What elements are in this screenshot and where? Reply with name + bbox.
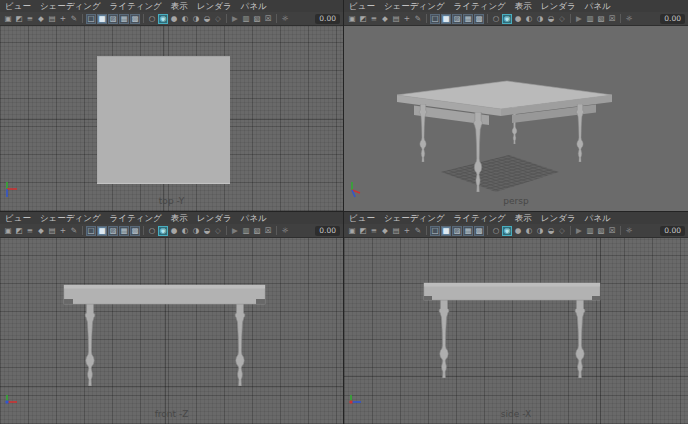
pan-zoom-icon[interactable]: +	[402, 14, 412, 24]
lock-camera-icon[interactable]: ◩	[358, 226, 368, 236]
exposure-icon[interactable]: ☼	[280, 226, 290, 236]
resolution-gate-icon[interactable]: ▧	[596, 14, 606, 24]
table-model-front-view[interactable]	[0, 238, 343, 424]
resolution-gate-icon[interactable]: ▧	[252, 14, 262, 24]
textured-sphere-icon[interactable]: ◑	[191, 226, 201, 236]
wireframe-on-shaded-icon[interactable]: ◐	[524, 226, 534, 236]
table-leg-left[interactable]	[419, 104, 426, 162]
table-leg-right[interactable]	[575, 300, 585, 378]
selection-cursor-icon[interactable]: ▶	[574, 226, 584, 236]
wireframe-on-shaded-icon[interactable]: ◐	[180, 226, 190, 236]
menu-view[interactable]: ビュー	[5, 0, 31, 12]
shadow-mode-icon[interactable]: ▩	[130, 226, 140, 236]
bookmarks-icon[interactable]: ◆	[380, 14, 390, 24]
film-gate-icon[interactable]: ▥	[241, 14, 251, 24]
use-all-lights-icon[interactable]: ▦	[119, 14, 129, 24]
grease-pencil-icon[interactable]: ✎	[69, 226, 79, 236]
image-plane-icon[interactable]: ▤	[47, 14, 57, 24]
camera-attributes-icon[interactable]: ≡	[369, 226, 379, 236]
exposure-icon[interactable]: ☼	[624, 226, 634, 236]
image-plane-icon[interactable]: ▤	[391, 226, 401, 236]
viewport-side[interactable]: side -X	[344, 238, 688, 424]
textured-sphere-icon[interactable]: ◑	[535, 14, 545, 24]
menu-view[interactable]: ビュー	[349, 0, 375, 12]
textured-mode-icon[interactable]: ▨	[452, 14, 462, 24]
bookmarks-icon[interactable]: ◆	[36, 14, 46, 24]
lock-camera-icon[interactable]: ◩	[358, 14, 368, 24]
menu-show[interactable]: 表示	[515, 0, 532, 12]
menu-show[interactable]: 表示	[515, 212, 532, 224]
film-gate-icon[interactable]: ▥	[241, 226, 251, 236]
table-model-top-view[interactable]	[97, 56, 230, 184]
menu-lighting[interactable]: ライティング	[110, 212, 162, 224]
use-all-lights-icon[interactable]: ▦	[463, 14, 473, 24]
xray-mode-icon[interactable]: ◇	[213, 226, 223, 236]
pan-zoom-icon[interactable]: +	[58, 226, 68, 236]
xray-mode-icon[interactable]: ◇	[213, 14, 223, 24]
viewport-front[interactable]: front -Z	[0, 238, 343, 424]
film-gate-icon[interactable]: ▥	[585, 14, 595, 24]
film-gate-icon[interactable]: ▥	[585, 226, 595, 236]
menu-show[interactable]: 表示	[171, 0, 188, 12]
occlusion-icon[interactable]: ○	[491, 14, 501, 24]
menu-view[interactable]: ビュー	[5, 212, 31, 224]
shadow-mode-icon[interactable]: ▩	[474, 226, 484, 236]
resolution-gate-icon[interactable]: ▧	[596, 226, 606, 236]
lock-camera-icon[interactable]: ◩	[14, 226, 24, 236]
menu-panels[interactable]: パネル	[241, 0, 267, 12]
smooth-shade-mode-icon[interactable]: ■	[97, 226, 107, 236]
menu-shading[interactable]: シェーディング	[384, 212, 445, 224]
isolate-select-icon[interactable]: ◉	[158, 226, 168, 236]
material-override-icon[interactable]: ◒	[202, 14, 212, 24]
material-override-icon[interactable]: ◒	[546, 14, 556, 24]
smooth-shade-mode-icon[interactable]: ■	[97, 14, 107, 24]
xray-mode-icon[interactable]: ◇	[557, 226, 567, 236]
textured-mode-icon[interactable]: ▨	[108, 14, 118, 24]
resolution-gate-icon[interactable]: ▧	[252, 226, 262, 236]
table-leg-right[interactable]	[235, 304, 245, 386]
textured-mode-icon[interactable]: ▨	[108, 226, 118, 236]
menu-view[interactable]: ビュー	[349, 212, 375, 224]
default-material-icon[interactable]: ●	[169, 226, 179, 236]
select-camera-icon[interactable]: ▣	[3, 226, 13, 236]
selection-cursor-icon[interactable]: ▶	[230, 226, 240, 236]
menu-renderer[interactable]: レンダラ	[197, 212, 232, 224]
image-plane-icon[interactable]: ▤	[391, 14, 401, 24]
menu-shading[interactable]: シェーディング	[384, 0, 445, 12]
pan-zoom-icon[interactable]: +	[402, 226, 412, 236]
selection-cursor-icon[interactable]: ▶	[574, 14, 584, 24]
grease-pencil-icon[interactable]: ✎	[413, 226, 423, 236]
select-camera-icon[interactable]: ▣	[347, 14, 357, 24]
default-material-icon[interactable]: ●	[513, 226, 523, 236]
gate-mask-icon[interactable]: ☒	[607, 14, 617, 24]
xray-mode-icon[interactable]: ◇	[557, 14, 567, 24]
table-leg-right[interactable]	[576, 104, 583, 162]
table-model-persp-view[interactable]	[344, 26, 688, 211]
table-leg-left[interactable]	[439, 300, 449, 378]
image-plane-icon[interactable]: ▤	[47, 226, 57, 236]
viewport-top[interactable]: top -Y	[0, 26, 343, 211]
wireframe-on-shaded-icon[interactable]: ◐	[180, 14, 190, 24]
wireframe-mode-icon[interactable]: □	[430, 226, 440, 236]
grease-pencil-icon[interactable]: ✎	[69, 14, 79, 24]
isolate-select-icon[interactable]: ◉	[502, 14, 512, 24]
camera-attributes-icon[interactable]: ≡	[369, 14, 379, 24]
wireframe-mode-icon[interactable]: □	[86, 226, 96, 236]
isolate-select-icon[interactable]: ◉	[158, 14, 168, 24]
wireframe-mode-icon[interactable]: □	[86, 14, 96, 24]
exposure-value[interactable]: 0.00	[660, 14, 685, 24]
gate-mask-icon[interactable]: ☒	[607, 226, 617, 236]
bookmarks-icon[interactable]: ◆	[36, 226, 46, 236]
material-override-icon[interactable]: ◒	[546, 226, 556, 236]
lock-camera-icon[interactable]: ◩	[14, 14, 24, 24]
default-material-icon[interactable]: ●	[513, 14, 523, 24]
occlusion-icon[interactable]: ○	[147, 14, 157, 24]
occlusion-icon[interactable]: ○	[147, 226, 157, 236]
use-all-lights-icon[interactable]: ▦	[119, 226, 129, 236]
select-camera-icon[interactable]: ▣	[3, 14, 13, 24]
textured-mode-icon[interactable]: ▨	[452, 226, 462, 236]
exposure-icon[interactable]: ☼	[624, 14, 634, 24]
select-camera-icon[interactable]: ▣	[347, 226, 357, 236]
exposure-value[interactable]: 0.00	[660, 226, 685, 236]
camera-attributes-icon[interactable]: ≡	[25, 14, 35, 24]
